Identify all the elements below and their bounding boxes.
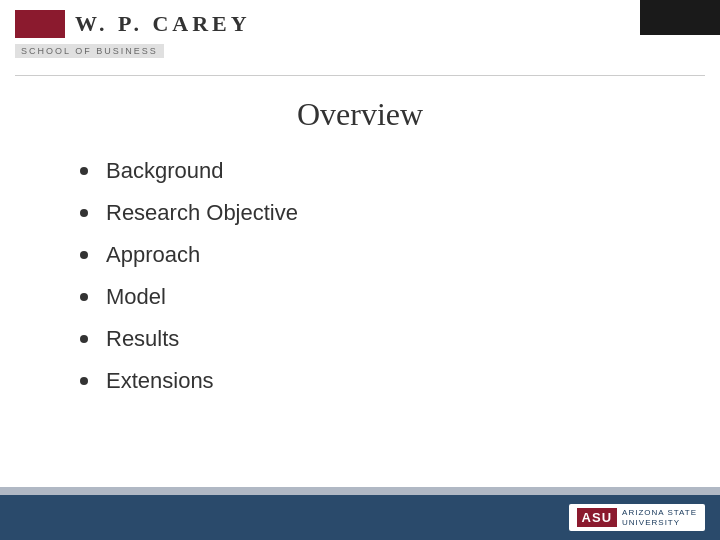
bullet-dot-icon — [80, 377, 88, 385]
bullet-dot-icon — [80, 335, 88, 343]
list-item-label: Approach — [106, 242, 200, 268]
wpc-logo-text: W. P. CAREY — [75, 11, 251, 37]
asu-abbr: ASU — [577, 508, 617, 527]
asu-name-line1: ARIZONA STATE — [622, 508, 697, 518]
logo-area: W. P. CAREY SCHOOL OF BUSINESS — [15, 10, 251, 58]
bullet-dot-icon — [80, 167, 88, 175]
page-title: Overview — [297, 96, 423, 132]
list-item-label: Background — [106, 158, 223, 184]
list-item: Results — [80, 326, 720, 352]
bullet-dot-icon — [80, 209, 88, 217]
footer: ASU ARIZONA STATE UNIVERSITY — [0, 495, 720, 540]
list-item-label: Extensions — [106, 368, 214, 394]
list-item: Background — [80, 158, 720, 184]
logo-red-block — [15, 10, 65, 38]
bullet-list: BackgroundResearch ObjectiveApproachMode… — [0, 158, 720, 394]
asu-name-line2: UNIVERSITY — [622, 518, 697, 528]
bullet-dot-icon — [80, 293, 88, 301]
list-item-label: Research Objective — [106, 200, 298, 226]
school-label: SCHOOL OF BUSINESS — [15, 44, 164, 58]
title-section: Overview — [0, 76, 720, 158]
bullet-dot-icon — [80, 251, 88, 259]
list-item-label: Model — [106, 284, 166, 310]
list-item-label: Results — [106, 326, 179, 352]
bottom-strip — [0, 487, 720, 495]
list-item: Model — [80, 284, 720, 310]
logo-bar: W. P. CAREY — [15, 10, 251, 38]
list-item: Research Objective — [80, 200, 720, 226]
list-item: Approach — [80, 242, 720, 268]
asu-logo: ASU ARIZONA STATE UNIVERSITY — [569, 504, 705, 531]
asu-full-name: ARIZONA STATE UNIVERSITY — [622, 508, 697, 527]
list-item: Extensions — [80, 368, 720, 394]
header: W. P. CAREY SCHOOL OF BUSINESS — [0, 0, 720, 75]
